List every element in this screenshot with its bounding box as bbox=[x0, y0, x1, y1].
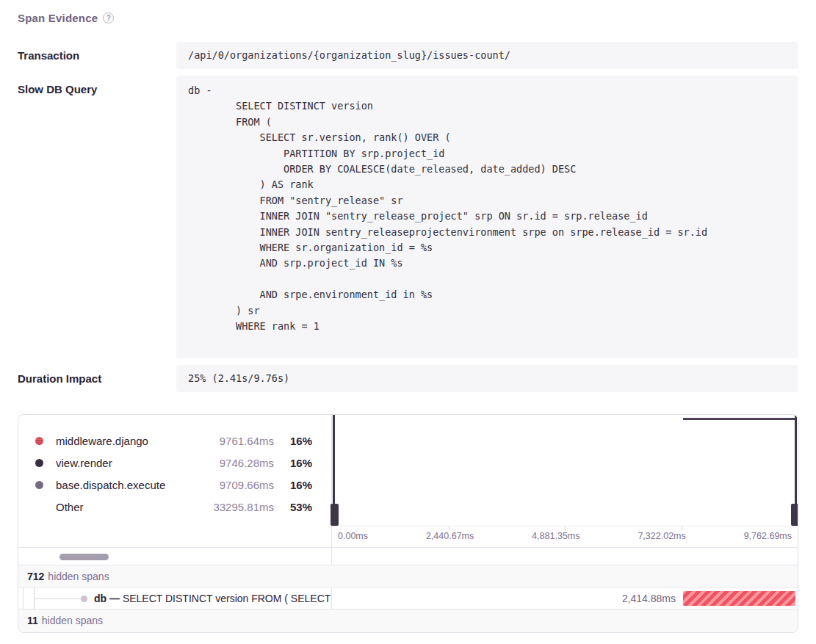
legend-row-other: Other 33295.81ms 53% bbox=[18, 496, 331, 518]
trace-top-section: middleware.django 9761.64ms 16% view.ren… bbox=[18, 415, 798, 547]
viewport-left-line bbox=[333, 415, 335, 526]
sql-query-text: db - SELECT DISTINCT version FROM ( SELE… bbox=[188, 83, 787, 335]
span-op-legend: middleware.django 9761.64ms 16% view.ren… bbox=[18, 415, 332, 547]
axis-tick-label: 2,440.67ms bbox=[426, 531, 474, 541]
legend-op-name: middleware.django bbox=[56, 435, 197, 447]
transaction-row: Transaction /api/0/organizations/{organi… bbox=[0, 42, 816, 69]
section-header: Span Evidence ? bbox=[0, 12, 816, 24]
legend-op-duration: 33295.81ms bbox=[197, 501, 274, 513]
axis-tick-label: 4,881.35ms bbox=[532, 531, 579, 541]
legend-op-duration: 9746.28ms bbox=[197, 457, 274, 469]
scrollbar-row bbox=[18, 547, 798, 565]
span-duration-bar bbox=[683, 591, 795, 606]
axis-tick-label: 7,322.02ms bbox=[638, 531, 685, 541]
span-row-duration-cell: 2,414.88ms bbox=[332, 588, 798, 609]
hidden-spans-label: hidden spans bbox=[42, 615, 103, 626]
legend-dot-gray-icon bbox=[35, 481, 43, 489]
tree-guide-line bbox=[23, 588, 24, 609]
minimap-span-bar bbox=[683, 418, 795, 420]
axis-tick bbox=[682, 527, 682, 530]
span-op: db bbox=[94, 593, 106, 604]
legend-op-duration: 9761.64ms bbox=[197, 435, 274, 447]
span-row-description-cell: db — SELECT DISTINCT version FROM ( SELE… bbox=[18, 588, 332, 609]
viewport-left-handle[interactable] bbox=[331, 504, 339, 526]
legend-op-percent: 53% bbox=[274, 501, 312, 513]
hidden-spans-row-top: 712 hidden spans bbox=[18, 565, 798, 587]
legend-row-base-dispatch-execute: base.dispatch.execute 9709.66ms 16% bbox=[18, 474, 331, 496]
horizontal-scrollbar-thumb[interactable] bbox=[59, 554, 109, 560]
span-row-db[interactable]: db — SELECT DISTINCT version FROM ( SELE… bbox=[18, 587, 798, 609]
axis-tick-label: 0.00ms bbox=[338, 531, 368, 541]
legend-op-percent: 16% bbox=[274, 479, 312, 491]
hidden-spans-label: hidden spans bbox=[48, 571, 109, 582]
slow-db-query-label: Slow DB Query bbox=[0, 76, 176, 95]
duration-impact-label: Duration Impact bbox=[0, 365, 176, 385]
tree-connector-dot-icon bbox=[81, 596, 87, 602]
tree-connector-line bbox=[34, 598, 84, 599]
slow-db-query-value: db - SELECT DISTINCT version FROM ( SELE… bbox=[176, 76, 798, 358]
legend-dot-dark-icon bbox=[35, 459, 43, 467]
legend-dot-red-icon bbox=[35, 437, 43, 445]
time-axis: 0.00ms 2,440.67ms 4,881.35ms 7,322.02ms … bbox=[332, 527, 798, 546]
scrollbar-track bbox=[18, 548, 332, 565]
legend-op-name: Other bbox=[56, 501, 197, 513]
span-evidence-section: Span Evidence ? Transaction /api/0/organ… bbox=[0, 0, 816, 633]
hidden-spans-row-bottom: 11 hidden spans bbox=[18, 609, 798, 632]
span-description: SELECT DISTINCT version FROM ( SELECT sr… bbox=[123, 593, 332, 604]
trace-chart-column: 0.00ms 2,440.67ms 4,881.35ms 7,322.02ms … bbox=[332, 415, 798, 547]
legend-op-name: base.dispatch.execute bbox=[56, 479, 197, 491]
legend-op-percent: 16% bbox=[274, 457, 312, 469]
viewport-right-line bbox=[795, 415, 797, 526]
viewport-right-handle[interactable] bbox=[791, 504, 798, 526]
help-icon[interactable]: ? bbox=[103, 12, 114, 23]
span-tree-panel: middleware.django 9761.64ms 16% view.ren… bbox=[18, 414, 798, 633]
transaction-value: /api/0/organizations/{organization_slug}… bbox=[176, 42, 798, 69]
hidden-spans-count: 11 bbox=[27, 615, 38, 626]
span-op-separator: — bbox=[109, 593, 120, 604]
axis-tick-label: 9,762.69ms bbox=[744, 531, 792, 541]
axis-tick bbox=[449, 527, 449, 530]
section-title: Span Evidence bbox=[18, 12, 98, 24]
legend-row-view-render: view.render 9746.28ms 16% bbox=[18, 452, 331, 474]
legend-op-duration: 9709.66ms bbox=[197, 479, 274, 491]
span-duration: 2,414.88ms bbox=[622, 588, 676, 609]
trace-minimap[interactable] bbox=[332, 415, 798, 527]
legend-row-middleware-django: middleware.django 9761.64ms 16% bbox=[18, 430, 331, 452]
duration-impact-row: Duration Impact 25% (2.41s/9.76s) bbox=[0, 365, 816, 392]
transaction-label: Transaction bbox=[0, 42, 176, 62]
axis-tick bbox=[565, 527, 566, 530]
duration-impact-value: 25% (2.41s/9.76s) bbox=[176, 365, 798, 392]
legend-op-name: view.render bbox=[56, 457, 197, 469]
legend-op-percent: 16% bbox=[274, 435, 312, 447]
slow-db-query-row: Slow DB Query db - SELECT DISTINCT versi… bbox=[0, 76, 816, 358]
hidden-spans-count: 712 bbox=[27, 571, 44, 582]
